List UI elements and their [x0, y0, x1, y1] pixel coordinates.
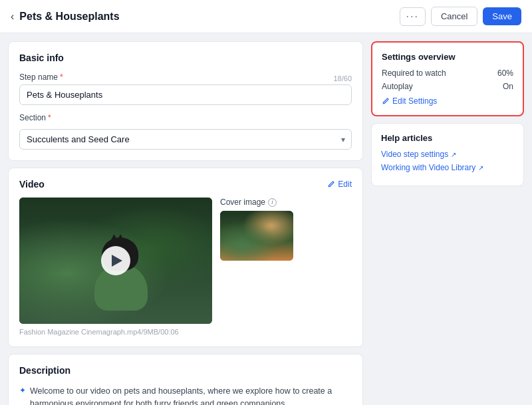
page-title: Pets & Houseplants	[19, 11, 119, 23]
required-star: *	[60, 72, 63, 82]
cancel-button[interactable]: Cancel	[431, 7, 477, 26]
play-triangle-icon	[112, 255, 122, 267]
autoplay-row: Autoplay On	[382, 82, 513, 91]
description-content: ✦ Welcome to our video on pets and house…	[19, 385, 352, 405]
description-text: Welcome to our video on pets and housepl…	[30, 385, 352, 405]
settings-overview-title: Settings overview	[382, 52, 513, 62]
right-panel: Settings overview Required to watch 60% …	[371, 41, 524, 405]
header: ‹ Pets & Houseplants ··· Cancel Save	[0, 0, 532, 33]
main-panel: Basic info Step name * 18/60 Section * S…	[8, 41, 363, 405]
cover-image-label: Cover image i	[220, 198, 352, 207]
help-articles-title: Help articles	[381, 133, 514, 143]
play-button[interactable]	[101, 246, 130, 275]
cover-image-area: Cover image i	[220, 198, 352, 261]
help-link-video-step-settings[interactable]: Video step settings ↗	[381, 150, 514, 159]
header-actions: ··· Cancel Save	[400, 7, 521, 26]
section-required-star: *	[48, 113, 51, 122]
external-link-icon-2: ↗	[478, 164, 483, 172]
video-caption: Fashion Magazine Cinemagraph.mp4/9MB/00:…	[19, 328, 212, 336]
cover-image-thumbnail[interactable]	[220, 211, 293, 261]
video-content: Fashion Magazine Cinemagraph.mp4/9MB/00:…	[19, 198, 352, 336]
autoplay-label: Autoplay	[382, 82, 413, 91]
pencil-icon	[382, 97, 390, 105]
basic-info-title: Basic info	[19, 53, 352, 63]
more-options-button[interactable]: ···	[400, 7, 426, 26]
step-name-input[interactable]	[19, 84, 352, 105]
header-left: ‹ Pets & Houseplants	[11, 11, 120, 23]
required-to-watch-value: 60%	[497, 68, 513, 78]
description-title: Description	[19, 365, 352, 376]
video-card-header: Video Edit	[19, 179, 352, 190]
video-edit-link[interactable]: Edit	[327, 180, 352, 189]
sparkle-icon: ✦	[19, 386, 26, 395]
save-button[interactable]: Save	[483, 7, 521, 25]
section-select-wrap: Succulents and Seed Care ▾	[19, 129, 352, 150]
required-to-watch-row: Required to watch 60%	[382, 68, 513, 78]
cat-ear-right	[115, 234, 126, 244]
video-thumbnail-container: Fashion Magazine Cinemagraph.mp4/9MB/00:…	[19, 198, 212, 336]
step-name-label: Step name *	[19, 72, 63, 82]
video-thumbnail[interactable]	[19, 198, 212, 324]
required-to-watch-label: Required to watch	[382, 68, 446, 78]
description-card: Description ✦ Welcome to our video on pe…	[8, 354, 363, 405]
video-section-title: Video	[19, 179, 45, 190]
basic-info-card: Basic info Step name * 18/60 Section * S…	[8, 41, 363, 161]
section-label: Section *	[19, 113, 352, 122]
video-card: Video Edit	[8, 168, 363, 347]
settings-overview-card: Settings overview Required to watch 60% …	[371, 41, 524, 116]
section-select[interactable]: Succulents and Seed Care	[19, 129, 352, 150]
edit-settings-link[interactable]: Edit Settings	[382, 96, 513, 106]
info-icon: i	[268, 198, 277, 207]
external-link-icon-1: ↗	[451, 151, 456, 158]
help-articles-card: Help articles Video step settings ↗ Work…	[371, 123, 524, 186]
content-area: Basic info Step name * 18/60 Section * S…	[0, 33, 532, 405]
step-name-label-row: Step name * 18/60	[19, 72, 352, 84]
autoplay-value: On	[503, 82, 513, 91]
back-icon[interactable]: ‹	[11, 11, 14, 23]
char-count: 18/60	[333, 74, 352, 82]
cover-thumb-bg	[220, 211, 293, 261]
edit-icon	[327, 180, 335, 188]
help-link-video-library[interactable]: Working with Video Library ↗	[381, 163, 514, 172]
